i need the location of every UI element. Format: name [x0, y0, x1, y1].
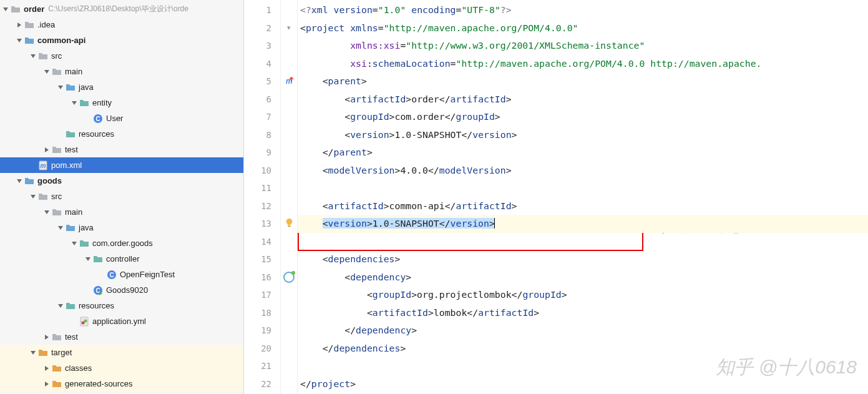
chevron-down-icon[interactable]: [85, 256, 91, 262]
line-number: 9: [244, 144, 280, 162]
line-number: 17: [244, 286, 280, 304]
code-editor[interactable]: 添加版本信息 知乎 @十八0618 <?xml version="1.0" en…: [298, 0, 868, 394]
folder-teal-icon: [66, 301, 76, 311]
tree-label: generated-sources: [65, 379, 132, 388]
code-line[interactable]: <modelVersion>4.0.0</modelVersion>: [298, 162, 868, 180]
tree-row[interactable]: src: [0, 48, 243, 64]
tree-label: entity: [92, 98, 112, 107]
maven-up-icon[interactable]: [284, 76, 294, 87]
chevron-right-icon[interactable]: [44, 147, 50, 153]
chevron-right-icon[interactable]: [44, 334, 50, 340]
chevron-right-icon[interactable]: [44, 365, 50, 372]
tree-row[interactable]: main: [0, 204, 243, 220]
tree-row[interactable]: pom.xml: [0, 157, 243, 173]
tree-row[interactable]: OpenFeignTest: [0, 267, 243, 282]
code-line[interactable]: <version>1.0-SNAPSHOT</version>: [298, 126, 868, 144]
tree-row[interactable]: java: [0, 220, 243, 235]
code-line[interactable]: </dependencies>: [298, 340, 868, 358]
tree-row[interactable]: com.order.goods: [0, 235, 243, 251]
line-number: 12: [244, 197, 280, 215]
lightbulb-icon[interactable]: [285, 218, 294, 229]
chevron-down-icon[interactable]: [16, 178, 22, 184]
code-line[interactable]: <?xml version="1.0" encoding="UTF-8"?>: [298, 1, 868, 19]
chevron-down-icon[interactable]: [57, 303, 64, 309]
tree-row[interactable]: java: [0, 79, 243, 95]
class-run-icon: [93, 285, 103, 295]
tree-row[interactable]: resources: [0, 298, 243, 313]
line-number: 18: [244, 304, 280, 322]
code-line[interactable]: </parent>: [298, 144, 868, 162]
chevron-down-icon[interactable]: [71, 100, 77, 106]
tree-label: com.order.goods: [92, 239, 153, 248]
gutter-bean-icon[interactable]: [283, 272, 295, 283]
tree-label: order: [24, 4, 44, 14]
folder-teal-icon: [93, 254, 103, 264]
chevron-down-icon[interactable]: [57, 225, 64, 231]
folder-icon: [52, 67, 62, 77]
line-number: 11: [244, 179, 280, 197]
tree-label: main: [65, 67, 82, 76]
tree-row[interactable]: goods: [0, 173, 243, 189]
tree-row[interactable]: target: [0, 345, 243, 360]
chevron-down-icon[interactable]: [44, 69, 50, 75]
tree-label: common-api: [37, 36, 85, 45]
tree-row[interactable]: test: [0, 142, 243, 157]
tree-row[interactable]: .idea: [0, 17, 243, 32]
tree-row[interactable]: application.yml: [0, 313, 243, 329]
folder-teal-icon: [66, 129, 76, 139]
tree-row[interactable]: controller: [0, 251, 243, 267]
code-line[interactable]: </project>: [298, 375, 868, 393]
chevron-down-icon[interactable]: [71, 240, 77, 247]
chevron-down-icon[interactable]: [16, 37, 22, 44]
tree-row-root[interactable]: orderC:\Users\ZRJ0618\Desktop\毕业设计\orde: [0, 1, 243, 17]
chevron-down-icon[interactable]: [2, 6, 9, 12]
chevron-down-icon[interactable]: [30, 53, 36, 59]
tree-row[interactable]: resources: [0, 126, 243, 142]
tree-row[interactable]: classes: [0, 360, 243, 376]
chevron-down-icon[interactable]: [30, 350, 36, 356]
code-line[interactable]: xmlns:xsi="http://www.w3.org/2001/XMLSch…: [298, 37, 868, 55]
fold-icon[interactable]: ▾: [287, 24, 291, 32]
chevron-right-icon[interactable]: [44, 381, 50, 387]
code-line[interactable]: </dependency>: [298, 322, 868, 340]
code-line[interactable]: <dependency>: [298, 268, 868, 287]
folder-icon: [52, 207, 62, 217]
tree-row[interactable]: src: [0, 189, 243, 204]
tree-row[interactable]: User: [0, 111, 243, 126]
code-line[interactable]: xsi:schemaLocation="http://maven.apache.…: [298, 55, 868, 73]
chevron-down-icon[interactable]: [44, 209, 50, 215]
tree-row[interactable]: main: [0, 64, 243, 79]
line-number: 8: [244, 126, 280, 144]
tree-label: resources: [79, 129, 114, 139]
tree-row[interactable]: generated-sources: [0, 376, 243, 392]
code-line[interactable]: <groupId>com.order</groupId>: [298, 108, 868, 126]
chevron-right-icon[interactable]: [16, 22, 22, 28]
tree-label: java: [79, 223, 94, 232]
project-sidebar[interactable]: orderC:\Users\ZRJ0618\Desktop\毕业设计\orde.…: [0, 0, 244, 394]
code-line[interactable]: <artifactId>common-api</artifactId>: [298, 197, 868, 215]
folder-icon: [52, 332, 62, 342]
tree-label: test: [65, 332, 78, 342]
code-line[interactable]: <version>1.0-SNAPSHOT</version>: [298, 215, 868, 233]
chevron-down-icon[interactable]: [57, 84, 64, 91]
tree-label: src: [51, 192, 62, 201]
code-line[interactable]: <artifactId>order</artifactId>: [298, 91, 868, 109]
folder-orange-icon: [52, 363, 62, 373]
tree-row[interactable]: Goods9020: [0, 282, 243, 298]
code-line[interactable]: <project xmlns="http://maven.apache.org/…: [298, 19, 868, 37]
icon-gutter: ▾: [281, 0, 298, 394]
editor-pane: 12345678910111213141516171819202122 ▾ 添加…: [244, 0, 868, 394]
tree-label: OpenFeignTest: [120, 270, 175, 279]
code-line[interactable]: <artifactId>lombok</artifactId>: [298, 304, 868, 322]
tree-row[interactable]: entity: [0, 95, 243, 111]
code-line[interactable]: [298, 233, 868, 251]
tree-row[interactable]: test: [0, 329, 243, 345]
code-line[interactable]: <groupId>org.projectlombok</groupId>: [298, 286, 868, 304]
code-line[interactable]: <parent>: [298, 72, 868, 91]
line-number: 15: [244, 250, 280, 268]
chevron-down-icon[interactable]: [30, 194, 36, 200]
code-line[interactable]: [298, 179, 868, 197]
code-line[interactable]: [298, 357, 868, 375]
tree-row[interactable]: common-api: [0, 32, 243, 48]
code-line[interactable]: <dependencies>: [298, 250, 868, 268]
